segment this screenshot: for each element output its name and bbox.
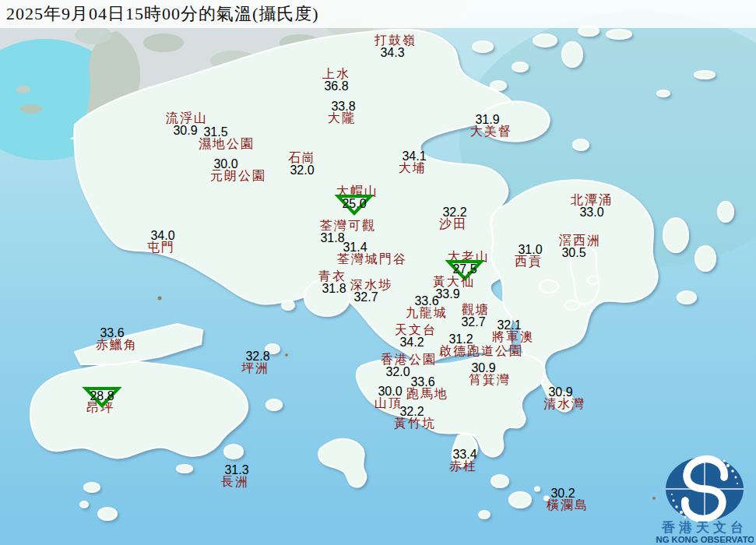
station-value: 31.3 [224,464,248,476]
station-value: 32.8 [245,350,269,362]
station-label: 32.8坪洲 [241,350,269,374]
station-temperature: 31.4 [320,241,390,253]
station-name: 流浮山 [166,112,208,125]
station-temperature: 31.5 [188,126,244,138]
station-temperature: 30.2 [542,487,584,499]
station-name: 觀塘 [462,304,490,316]
station-temperature: 34.1 [400,150,428,162]
station-name: 九龍城 [406,307,448,319]
station-label: 31.5濕地公園 [199,126,255,150]
station-name: 長洲 [221,476,249,488]
station-value: 25.0 [342,198,366,209]
station-temperature: 34.0 [149,230,177,241]
station-name: 石崗 [288,152,316,164]
station-label: 大帽山25.0 [336,185,378,209]
station-value: 31.9 [475,114,499,125]
station-label: 33.6跑馬地 [406,376,448,400]
station-temperature: 33.6 [402,376,444,388]
station-name: 橫瀾島 [547,499,589,512]
station-value: 30.5 [561,247,585,258]
station-value: 36.8 [324,80,348,92]
station-temperature: 30.9 [462,362,505,374]
station-value: 31.2 [448,333,473,345]
station-label: 30.9筲箕灣 [469,362,511,386]
station-name: 北潭涌 [571,194,613,206]
station-value: 30.9 [548,386,572,398]
hko-logo-icon [666,457,744,521]
station-value: 30.0 [378,385,402,397]
title-bar: 2025年9月04日15時00分的氣溫(攝氏度) [0,0,756,28]
station-name: 深水埗 [350,279,392,291]
station-value: 32.2 [442,206,466,218]
station-value: 33.6 [414,295,438,307]
station-name: 坪洲 [241,362,269,374]
station-value: 30.2 [550,487,575,499]
station-temperature: 32.7 [459,316,487,328]
station-name: 大隴 [328,112,356,125]
station-value: 32.1 [497,319,521,331]
station-label: 滘西洲30.5 [559,234,601,258]
station-value: 34.3 [380,47,404,58]
station-value: 28.8 [90,390,114,402]
station-value: 33.6 [100,327,124,339]
station-name: 屯門 [147,241,175,254]
station-label: 30.9清水灣 [543,386,585,410]
station-name: 跑馬地 [406,388,448,400]
station-label: 大老山27.5 [448,251,490,275]
station-temperature: 30.0 [376,385,404,397]
hko-logo: 香港天文台 HONG KONG OBSERVATORY [656,455,754,545]
station-value: 30.9 [471,362,495,374]
station-name: 沙田 [439,218,467,230]
station-label: 深水埗32.7 [350,279,392,303]
station-temperature: 32.8 [244,350,272,362]
station-value: 34.1 [402,150,426,162]
station-label: 青衣31.8 [318,270,346,294]
station-name: 赤柱 [449,460,477,473]
station-name: 滘西洲 [559,234,601,247]
station-label: 33.6九龍城 [406,295,448,319]
station-temperature: 31.9 [466,114,508,125]
station-temperature: 36.8 [322,80,350,92]
station-label: 32.2沙田 [439,206,467,230]
station-value: 33.0 [579,206,603,218]
station-name: 香港公園 [381,353,437,366]
station-temperature: 31.3 [223,464,251,476]
station-name: 打鼓嶺 [374,34,417,47]
station-label: 31.0西貢 [515,244,543,268]
station-label: 上水36.8 [322,68,350,92]
station-temperature: 32.2 [391,406,433,417]
station-label: 香港公園32.0 [381,353,437,378]
station-value: 33.4 [452,448,476,460]
station-name: 啟德跑道公園 [439,345,523,357]
station-temperature: 31.2 [419,333,503,345]
station-name: 青衣 [318,270,346,283]
station-value: 31.4 [343,241,367,253]
station-labels-layer: 打鼓嶺34.3上水36.833.8大隴流浮山30.931.9大美督31.5濕地公… [0,0,756,545]
station-temperature: 32.1 [488,319,530,331]
station-label: 31.9大美督 [470,114,512,138]
temperature-map-page: 2025年9月04日15時00分的氣溫(攝氏度) 打鼓嶺34.3上水36.833… [0,0,756,545]
station-name: 荃灣可觀 [320,220,376,232]
station-value: 33.8 [331,100,355,112]
station-label: 33.8大隴 [328,100,356,125]
station-label: 31.3長洲 [221,464,249,488]
page-title: 2025年9月04日15時00分的氣溫(攝氏度) [0,2,319,26]
station-name: 大埔 [399,162,427,174]
hko-logo-name-cn: 香港天文台 [661,520,747,535]
station-label: 石崗32.0 [288,152,316,176]
station-name: 上水 [322,68,350,80]
station-name: 筲箕灣 [469,374,511,386]
station-label: 33.4赤柱 [449,448,477,473]
station-label: 北潭涌33.0 [571,194,613,218]
station-value: 32.7 [461,316,485,328]
station-label: 31.4荃灣城門谷 [337,241,407,265]
station-temperature: 32.0 [288,164,316,176]
station-value: 31.5 [203,126,227,138]
station-value: 32.7 [353,291,378,303]
station-value: 33.6 [410,376,434,388]
station-value: 32.0 [290,164,314,176]
station-temperature: 33.4 [451,448,479,460]
station-label: 30.2橫瀾島 [547,487,589,512]
station-temperature: 30.9 [540,386,582,398]
station-label: 28.8昂坪 [86,390,114,414]
